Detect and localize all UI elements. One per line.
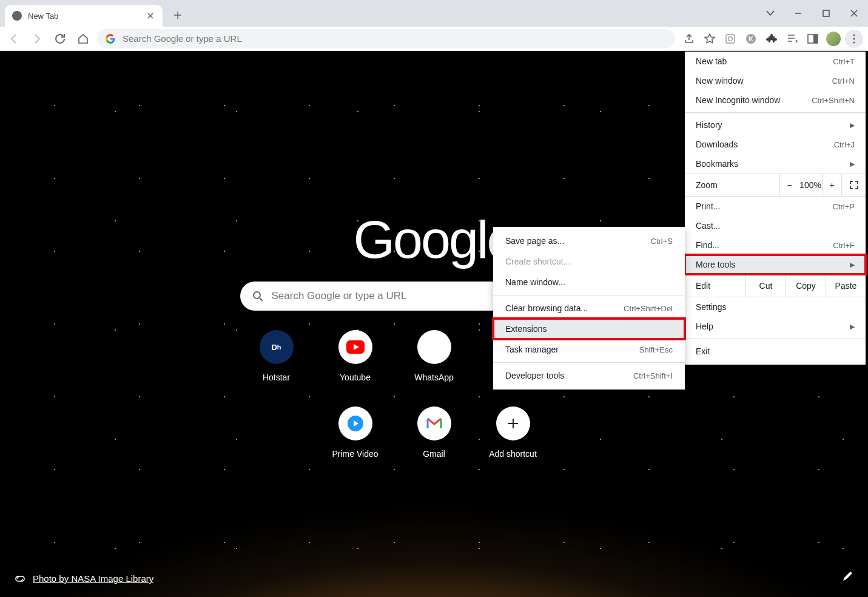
- forward-button[interactable]: [28, 30, 46, 48]
- back-button[interactable]: [5, 30, 23, 48]
- menu-print[interactable]: Print...Ctrl+P: [685, 197, 866, 216]
- svg-text:K: K: [749, 35, 753, 42]
- edit-label: Edit: [696, 281, 745, 291]
- shortcut-label: Hotstar: [263, 373, 290, 382]
- menu-help[interactable]: Help▶: [685, 317, 866, 336]
- customize-button[interactable]: [841, 570, 853, 582]
- menu-bookmarks[interactable]: Bookmarks▶: [685, 154, 866, 174]
- menu-newtab[interactable]: New tabCtrl+T: [685, 52, 866, 71]
- extension-k-icon[interactable]: K: [742, 30, 760, 48]
- reading-list-icon[interactable]: [783, 30, 801, 48]
- background-credit-link[interactable]: Photo by NASA Image Library: [33, 573, 153, 584]
- share-icon[interactable]: [680, 30, 698, 48]
- newtab-button[interactable]: [169, 6, 187, 24]
- tab-newtab[interactable]: New Tab: [5, 5, 163, 27]
- extension-icons: K: [680, 30, 863, 48]
- link-icon: [13, 575, 27, 582]
- tab-search-icon[interactable]: [756, 0, 784, 27]
- menu-separator: [685, 339, 866, 339]
- whatsapp-icon: [417, 330, 451, 364]
- chrome-menu-button[interactable]: [845, 30, 863, 48]
- gmail-icon: [417, 406, 451, 440]
- toolbar: K: [0, 27, 868, 51]
- hotstar-icon: Dh: [260, 330, 294, 364]
- menu-history[interactable]: History▶: [685, 115, 866, 135]
- svg-point-8: [853, 38, 855, 39]
- extension-ublock-icon[interactable]: [721, 30, 739, 48]
- window-maximize-icon[interactable]: [812, 0, 840, 27]
- shortcut-label: WhatsApp: [414, 373, 454, 382]
- shortcut-add[interactable]: Add shortcut: [474, 406, 553, 459]
- menu-separator: [493, 362, 685, 363]
- edit-paste[interactable]: Paste: [826, 275, 866, 297]
- omnibox-input[interactable]: [123, 33, 667, 44]
- google-logo: Google: [354, 209, 515, 271]
- profile-avatar[interactable]: [824, 30, 843, 48]
- zoom-label: Zoom: [696, 180, 779, 190]
- svg-point-7: [853, 34, 855, 36]
- primevideo-icon: [338, 406, 372, 440]
- zoom-value: 100%: [799, 180, 822, 190]
- shortcut-label: Prime Video: [332, 449, 378, 459]
- shortcut-hotstar[interactable]: Dh Hotstar: [237, 330, 316, 382]
- pencil-icon: [841, 570, 853, 582]
- submenu-namewindow[interactable]: Name window...: [493, 272, 685, 292]
- zoom-in-button[interactable]: +: [822, 174, 841, 196]
- menu-exit[interactable]: Exit: [685, 342, 866, 361]
- side-panel-icon[interactable]: [804, 30, 822, 48]
- shortcut-whatsapp[interactable]: WhatsApp: [395, 330, 474, 382]
- reload-button[interactable]: [51, 30, 69, 48]
- google-g-icon: [106, 34, 115, 44]
- titlebar: New Tab: [0, 0, 868, 27]
- menu-downloads[interactable]: DownloadsCtrl+J: [685, 135, 866, 154]
- chrome-main-menu: New tabCtrl+T New windowCtrl+N New Incog…: [685, 52, 866, 365]
- shortcut-label: Youtube: [340, 373, 371, 382]
- tab-favicon: [12, 11, 22, 21]
- bookmark-star-icon[interactable]: [701, 30, 719, 48]
- more-tools-submenu: Save page as...Ctrl+S Create shortcut...…: [493, 227, 685, 390]
- svg-rect-0: [823, 10, 829, 16]
- shortcut-label: Add shortcut: [489, 449, 537, 459]
- menu-edit: Edit Cut Copy Paste: [685, 274, 866, 297]
- edit-cut[interactable]: Cut: [745, 275, 786, 297]
- menu-more-tools[interactable]: More tools▶: [685, 255, 866, 274]
- window-close-icon[interactable]: [840, 0, 868, 27]
- zoom-out-button[interactable]: −: [779, 174, 799, 196]
- svg-rect-6: [813, 35, 818, 43]
- submenu-clearbrowsing[interactable]: Clear browsing data...Ctrl+Shift+Del: [493, 298, 685, 319]
- submenu-taskmanager[interactable]: Task managerShift+Esc: [493, 339, 685, 360]
- omnibox[interactable]: [97, 29, 675, 49]
- shortcut-gmail[interactable]: Gmail: [395, 406, 474, 459]
- menu-incognito[interactable]: New Incognito windowCtrl+Shift+N: [685, 90, 866, 110]
- menu-separator: [493, 295, 685, 295]
- edit-copy[interactable]: Copy: [786, 275, 826, 297]
- shortcut-youtube[interactable]: Youtube: [316, 330, 395, 382]
- shortcut-label: Gmail: [423, 449, 445, 459]
- fullscreen-button[interactable]: [841, 174, 866, 196]
- search-icon: [252, 291, 263, 302]
- submenu-extensions[interactable]: Extensions: [493, 319, 685, 339]
- submenu-savepage[interactable]: Save page as...Ctrl+S: [493, 231, 685, 251]
- tab-close-icon[interactable]: [146, 11, 155, 21]
- youtube-icon: [338, 330, 372, 364]
- submenu-createshortcut: Create shortcut...: [493, 251, 685, 272]
- svg-point-2: [728, 36, 733, 41]
- menu-newwindow[interactable]: New windowCtrl+N: [685, 71, 866, 90]
- svg-point-10: [254, 292, 260, 298]
- home-button[interactable]: [74, 30, 92, 48]
- menu-find[interactable]: Find...Ctrl+F: [685, 235, 866, 255]
- shortcut-primevideo[interactable]: Prime Video: [316, 406, 395, 459]
- background-credit: Photo by NASA Image Library: [13, 573, 153, 584]
- submenu-devtools[interactable]: Developer toolsCtrl+Shift+I: [493, 365, 685, 386]
- tab-title: New Tab: [28, 12, 140, 21]
- menu-separator: [685, 112, 866, 113]
- add-icon: [496, 406, 530, 440]
- window-controls: [756, 0, 868, 27]
- menu-zoom: Zoom − 100% +: [685, 174, 866, 197]
- menu-cast[interactable]: Cast...: [685, 216, 866, 235]
- menu-settings[interactable]: Settings: [685, 297, 866, 317]
- window-minimize-icon[interactable]: [784, 0, 812, 27]
- svg-rect-1: [726, 35, 735, 43]
- svg-point-9: [853, 41, 855, 43]
- extensions-puzzle-icon[interactable]: [762, 30, 781, 48]
